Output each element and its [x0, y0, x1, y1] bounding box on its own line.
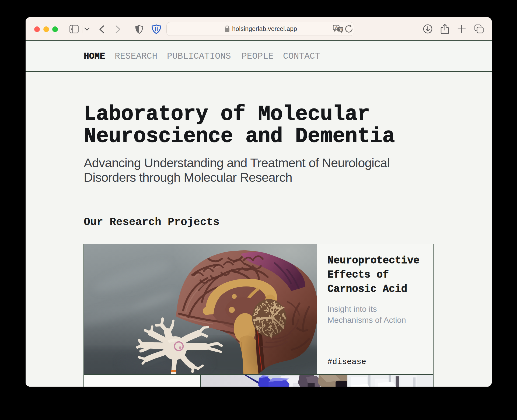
svg-text:文: 文: [339, 27, 343, 32]
svg-text:A: A: [335, 26, 338, 30]
